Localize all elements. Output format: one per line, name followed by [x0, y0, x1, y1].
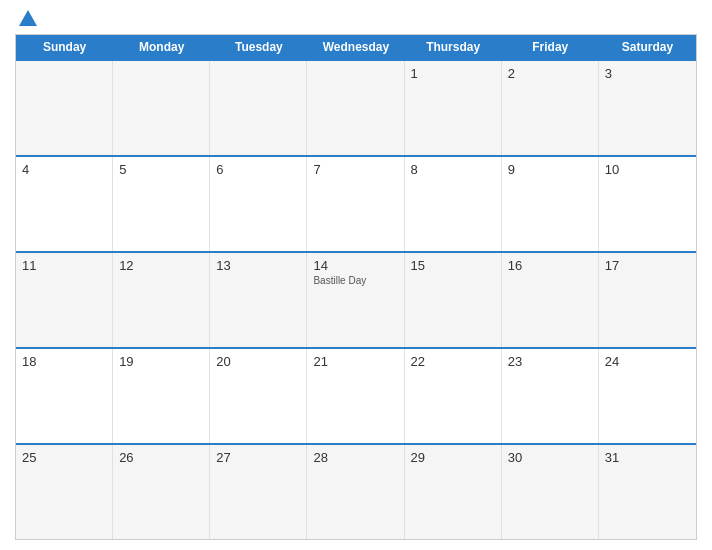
day-cell-21: 21: [307, 349, 404, 443]
calendar-grid: SundayMondayTuesdayWednesdayThursdayFrid…: [15, 34, 697, 540]
day-header-monday: Monday: [113, 35, 210, 59]
calendar-header: [15, 10, 697, 26]
day-header-friday: Friday: [502, 35, 599, 59]
empty-day-cell: [307, 61, 404, 155]
day-cell-20: 20: [210, 349, 307, 443]
weeks-container: 1234567891011121314Bastille Day151617181…: [16, 59, 696, 539]
day-cell-2: 2: [502, 61, 599, 155]
day-number: 10: [605, 162, 690, 177]
day-cell-3: 3: [599, 61, 696, 155]
day-number: 20: [216, 354, 300, 369]
day-number: 12: [119, 258, 203, 273]
day-number: 16: [508, 258, 592, 273]
day-cell-4: 4: [16, 157, 113, 251]
day-cell-26: 26: [113, 445, 210, 539]
day-number: 19: [119, 354, 203, 369]
day-cell-11: 11: [16, 253, 113, 347]
day-number: 17: [605, 258, 690, 273]
day-cell-30: 30: [502, 445, 599, 539]
day-number: 30: [508, 450, 592, 465]
day-number: 27: [216, 450, 300, 465]
day-cell-24: 24: [599, 349, 696, 443]
day-number: 11: [22, 258, 106, 273]
day-number: 29: [411, 450, 495, 465]
empty-day-cell: [210, 61, 307, 155]
day-header-sunday: Sunday: [16, 35, 113, 59]
day-header-saturday: Saturday: [599, 35, 696, 59]
day-cell-25: 25: [16, 445, 113, 539]
day-cell-22: 22: [405, 349, 502, 443]
day-number: 8: [411, 162, 495, 177]
day-number: 6: [216, 162, 300, 177]
day-number: 13: [216, 258, 300, 273]
day-number: 21: [313, 354, 397, 369]
day-cell-18: 18: [16, 349, 113, 443]
day-cell-10: 10: [599, 157, 696, 251]
day-cell-13: 13: [210, 253, 307, 347]
day-number: 18: [22, 354, 106, 369]
day-cell-23: 23: [502, 349, 599, 443]
empty-day-cell: [16, 61, 113, 155]
week-row-2: 45678910: [16, 155, 696, 251]
logo: [15, 10, 40, 26]
day-number: 7: [313, 162, 397, 177]
day-number: 4: [22, 162, 106, 177]
day-number: 25: [22, 450, 106, 465]
week-row-5: 25262728293031: [16, 443, 696, 539]
day-cell-12: 12: [113, 253, 210, 347]
day-cell-29: 29: [405, 445, 502, 539]
day-cell-16: 16: [502, 253, 599, 347]
week-row-4: 18192021222324: [16, 347, 696, 443]
day-number: 31: [605, 450, 690, 465]
day-number: 24: [605, 354, 690, 369]
day-number: 22: [411, 354, 495, 369]
empty-day-cell: [113, 61, 210, 155]
day-cell-28: 28: [307, 445, 404, 539]
day-number: 1: [411, 66, 495, 81]
day-cell-6: 6: [210, 157, 307, 251]
day-header-thursday: Thursday: [405, 35, 502, 59]
day-cell-19: 19: [113, 349, 210, 443]
day-cell-9: 9: [502, 157, 599, 251]
day-headers-row: SundayMondayTuesdayWednesdayThursdayFrid…: [16, 35, 696, 59]
day-header-wednesday: Wednesday: [307, 35, 404, 59]
day-number: 23: [508, 354, 592, 369]
day-header-tuesday: Tuesday: [210, 35, 307, 59]
day-number: 9: [508, 162, 592, 177]
day-cell-31: 31: [599, 445, 696, 539]
logo-triangle-icon: [19, 10, 37, 26]
day-cell-17: 17: [599, 253, 696, 347]
day-cell-27: 27: [210, 445, 307, 539]
day-cell-7: 7: [307, 157, 404, 251]
day-number: 28: [313, 450, 397, 465]
day-cell-5: 5: [113, 157, 210, 251]
day-number: 2: [508, 66, 592, 81]
event-label: Bastille Day: [313, 275, 397, 286]
calendar-container: SundayMondayTuesdayWednesdayThursdayFrid…: [0, 0, 712, 550]
day-number: 5: [119, 162, 203, 177]
week-row-1: 123: [16, 59, 696, 155]
day-number: 14: [313, 258, 397, 273]
day-number: 15: [411, 258, 495, 273]
day-cell-14: 14Bastille Day: [307, 253, 404, 347]
day-cell-1: 1: [405, 61, 502, 155]
day-cell-8: 8: [405, 157, 502, 251]
week-row-3: 11121314Bastille Day151617: [16, 251, 696, 347]
day-number: 3: [605, 66, 690, 81]
day-number: 26: [119, 450, 203, 465]
day-cell-15: 15: [405, 253, 502, 347]
